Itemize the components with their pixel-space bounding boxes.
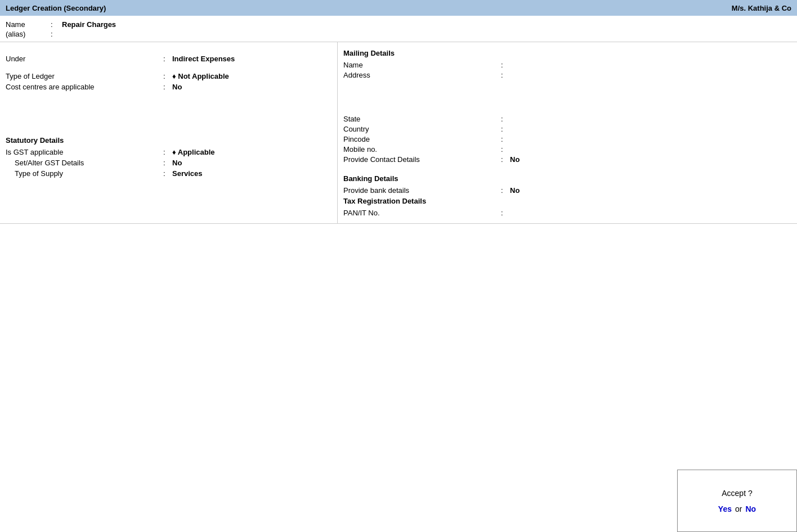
under-row: Under : Indirect Expenses [6, 55, 332, 63]
mobile-row: Mobile no. : [343, 145, 791, 154]
type-of-ledger-colon: : [163, 72, 172, 80]
alias-colon: : [51, 30, 62, 38]
country-label: Country [343, 125, 501, 133]
type-supply-row: Type of Supply : Services [6, 169, 332, 178]
mailing-name-colon: : [501, 61, 510, 69]
under-colon: : [163, 55, 172, 63]
pincode-label: Pincode [343, 135, 501, 143]
under-label: Under [6, 55, 163, 63]
type-of-ledger-label: Type of Ledger [6, 72, 163, 80]
pincode-colon: : [501, 135, 510, 143]
form-title: Ledger Creation (Secondary) [6, 4, 106, 12]
set-alter-value: No [172, 159, 182, 167]
set-alter-row: Set/Alter GST Details : No [6, 159, 332, 167]
main-content: Under : Indirect Expenses Type of Ledger… [0, 42, 797, 224]
address-colon: : [501, 71, 510, 79]
name-value: Repair Charges [62, 20, 116, 29]
mailing-name-row: Name : [343, 61, 791, 69]
country-row: Country : [343, 125, 791, 133]
tax-registration-title: Tax Registration Details [343, 197, 791, 205]
type-of-ledger-row: Type of Ledger : ♦ Not Applicable [6, 72, 332, 80]
alias-row: (alias) : [6, 30, 791, 38]
accept-or-text: or [735, 504, 742, 513]
is-gst-label: Is GST applicable [6, 148, 163, 156]
is-gst-colon: : [163, 148, 172, 156]
mailing-name-label: Name [343, 61, 501, 69]
name-label: Name [6, 20, 51, 29]
provide-bank-value: No [510, 186, 520, 195]
cost-centres-label: Cost centres are applicable [6, 83, 163, 91]
mobile-label: Mobile no. [343, 145, 501, 154]
accept-buttons: Yes or No [718, 504, 756, 513]
set-alter-colon: : [163, 159, 172, 167]
state-colon: : [501, 115, 510, 123]
banking-details-title: Banking Details [343, 174, 791, 183]
accept-yes-button[interactable]: Yes [718, 504, 732, 513]
type-supply-colon: : [163, 169, 172, 178]
accept-no-button[interactable]: No [745, 504, 756, 513]
type-supply-value: Services [172, 169, 203, 178]
cost-centres-row: Cost centres are applicable : No [6, 83, 332, 91]
state-row: State : [343, 115, 791, 123]
name-row: Name : Repair Charges [6, 20, 791, 29]
provide-bank-label: Provide bank details [343, 186, 501, 195]
accept-question: Accept ? [722, 489, 752, 498]
pincode-row: Pincode : [343, 135, 791, 143]
provide-bank-colon: : [501, 186, 510, 195]
company-name: M/s. Kathija & Co [732, 4, 791, 12]
under-value: Indirect Expenses [172, 55, 235, 63]
provide-contact-label: Provide Contact Details [343, 155, 501, 164]
pan-colon: : [501, 209, 510, 217]
header-bar: Ledger Creation (Secondary) M/s. Kathija… [0, 0, 797, 16]
country-colon: : [501, 125, 510, 133]
provide-contact-value: No [510, 155, 520, 164]
set-alter-label: Set/Alter GST Details [6, 159, 163, 167]
name-section: Name : Repair Charges (alias) : [0, 16, 797, 42]
provide-contact-colon: : [501, 155, 510, 164]
type-of-ledger-value: ♦ Not Applicable [172, 72, 229, 80]
address-label: Address [343, 71, 501, 79]
statutory-details-title: Statutory Details [6, 136, 332, 145]
cost-centres-value: No [172, 83, 182, 91]
accept-box: Accept ? Yes or No [677, 470, 797, 532]
right-panel: Mailing Details Name : Address : State :… [338, 42, 797, 223]
is-gst-value: ♦ Applicable [172, 148, 215, 156]
provide-contact-row: Provide Contact Details : No [343, 155, 791, 164]
alias-label: (alias) [6, 30, 51, 38]
name-colon: : [51, 20, 62, 29]
pan-row: PAN/IT No. : [343, 209, 791, 217]
is-gst-row: Is GST applicable : ♦ Applicable [6, 148, 332, 156]
address-row: Address : [343, 71, 791, 79]
mobile-colon: : [501, 145, 510, 154]
pan-label: PAN/IT No. [343, 209, 501, 217]
left-panel: Under : Indirect Expenses Type of Ledger… [0, 42, 338, 223]
provide-bank-row: Provide bank details : No [343, 186, 791, 195]
cost-centres-colon: : [163, 83, 172, 91]
type-supply-label: Type of Supply [6, 169, 163, 178]
mailing-details-title: Mailing Details [343, 49, 791, 57]
state-label: State [343, 115, 501, 123]
